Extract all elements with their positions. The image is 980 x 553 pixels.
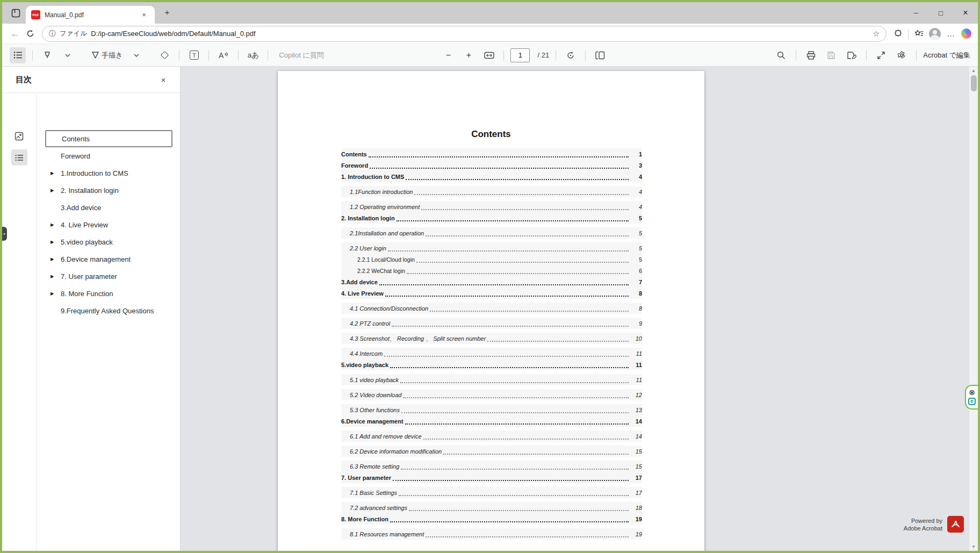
toc-row[interactable]: 4.3 Screenshot、 Recording 、 Split screen… — [341, 333, 642, 344]
sidebar-item[interactable]: ▶8. More Function — [45, 285, 172, 302]
highlighter-dropdown[interactable] — [60, 47, 76, 63]
sidebar-item[interactable]: ▶5.video playback — [45, 233, 172, 250]
back-button[interactable]: ← — [8, 26, 23, 41]
url-text[interactable]: D:/ip-cam/EseeCloud/web/odm/Default/Manu… — [91, 30, 866, 38]
toc-row[interactable]: 8.1 Resources management19 — [341, 528, 642, 540]
toc-row[interactable]: 7.2 advanced settings18 — [341, 502, 642, 513]
tab-search-button[interactable] — [8, 5, 24, 21]
print-button[interactable] — [803, 47, 819, 63]
expand-arrow-icon[interactable]: ▶ — [51, 291, 54, 296]
save-button[interactable] — [823, 47, 839, 63]
save-as-button[interactable] — [844, 47, 860, 63]
vertical-scrollbar[interactable]: ▲ ▼ — [969, 67, 978, 551]
zoom-in-button[interactable]: + — [460, 47, 477, 63]
expand-arrow-icon[interactable]: ▶ — [51, 239, 54, 245]
toc-row[interactable]: 4.4 Intercom11 — [341, 348, 642, 359]
sidebar-item[interactable]: Contents — [45, 130, 172, 147]
page-info-icon[interactable]: ⓘ — [49, 29, 56, 39]
sidebar-close-icon[interactable]: × — [156, 73, 170, 87]
maximize-button[interactable]: □ — [928, 2, 953, 24]
viewer-settings-button[interactable] — [893, 47, 910, 63]
toc-row[interactable]: 2. Installation login5 — [341, 212, 642, 224]
toc-row[interactable]: 7. User parameter17 — [341, 472, 642, 483]
toc-row[interactable]: Contents1 — [341, 148, 642, 160]
extension-e-icon[interactable]: e — [968, 398, 976, 405]
url-field[interactable]: ⓘ ファイル D:/ip-cam/EseeCloud/web/odm/Defau… — [42, 26, 887, 42]
expand-arrow-icon[interactable]: ▶ — [51, 222, 54, 227]
left-edge-handle[interactable]: ▸ — [2, 227, 7, 241]
toc-row[interactable]: 5.video playback11 — [341, 359, 642, 370]
draw-button[interactable]: 手描き — [90, 47, 124, 63]
pdf-viewer[interactable]: Contents Contents1Foreword31. Introducti… — [181, 67, 978, 551]
favorites-hub-button[interactable] — [912, 27, 926, 41]
fullscreen-button[interactable] — [873, 47, 889, 63]
toc-row[interactable]: 2.2 User login5 — [341, 242, 642, 254]
sidebar-item[interactable]: ▶4. Live Preview — [45, 216, 172, 233]
copilot-icon[interactable] — [961, 28, 971, 39]
draw-dropdown[interactable] — [128, 47, 145, 63]
toc-row[interactable]: 4. Live Preview8 — [341, 288, 642, 299]
toc-row[interactable]: Foreword3 — [341, 160, 642, 171]
expand-arrow-icon[interactable]: ▶ — [51, 256, 54, 262]
sidebar-item[interactable]: ▶7. User parameter — [45, 268, 172, 285]
toc-row[interactable]: 2.1Installation and operation5 — [341, 227, 642, 239]
page-view-button[interactable] — [592, 47, 608, 63]
search-document-button[interactable] — [773, 47, 789, 63]
fit-to-width-button[interactable] — [481, 47, 497, 63]
toc-row[interactable]: 7.1 Basic Settings17 — [341, 487, 642, 498]
tab-close-icon[interactable]: × — [139, 10, 149, 20]
scroll-up-icon[interactable]: ▲ — [969, 68, 978, 73]
sidebar-item[interactable]: ▶1.Introduction to CMS — [45, 164, 172, 182]
thumbnails-view-button[interactable] — [11, 128, 27, 144]
rotate-button[interactable] — [563, 47, 579, 63]
settings-menu-button[interactable]: … — [944, 27, 958, 41]
zoom-out-button[interactable]: − — [440, 47, 456, 63]
toc-row[interactable]: 4.2 PTZ control9 — [341, 318, 642, 329]
expand-arrow-icon[interactable]: ▶ — [51, 170, 54, 176]
edit-in-acrobat-button[interactable]: Acrobat で編集 — [923, 51, 970, 60]
toc-row[interactable]: 5.1 video playback11 — [341, 374, 642, 385]
toc-row[interactable]: 2.2.1 Local/Cloud login5 — [341, 254, 642, 265]
sidebar-item[interactable]: ▶6.Device management — [45, 250, 172, 268]
new-tab-button[interactable]: + — [160, 5, 174, 19]
add-text-button[interactable]: T — [186, 47, 202, 63]
toc-row[interactable]: 1.2 Operating environment4 — [341, 201, 642, 212]
copilot-ask-placeholder[interactable]: Copilot に質問 — [279, 51, 323, 60]
refresh-button[interactable] — [23, 26, 38, 41]
toc-row[interactable]: 5.2 Video download12 — [341, 389, 642, 400]
read-aloud-button[interactable]: A — [215, 47, 232, 63]
toc-row[interactable]: 1. Introduction to CMS4 — [341, 171, 642, 182]
page-number-input[interactable]: 1 — [510, 48, 530, 62]
minimize-button[interactable]: ─ — [904, 2, 928, 24]
toc-panel-toggle-button[interactable] — [10, 47, 26, 63]
extension-flyout[interactable]: ⊗ e — [965, 385, 978, 410]
sidebar-item[interactable]: Foreword — [45, 147, 172, 164]
toc-row[interactable]: 2.2.2 WeChat login6 — [341, 265, 642, 276]
toc-row[interactable]: 5.3 Other functions13 — [341, 404, 642, 415]
toc-row[interactable]: 6.3 Remote setting15 — [341, 461, 642, 472]
highlighter-button[interactable] — [39, 47, 55, 63]
browser-tab[interactable]: PDF Manual_0.pdf × — [26, 6, 155, 24]
toc-row[interactable]: 1.1Function introduction4 — [341, 186, 642, 197]
sidebar-item[interactable]: 3.Add device — [45, 199, 172, 216]
eraser-button[interactable] — [156, 47, 172, 63]
scrollbar-thumb[interactable] — [971, 75, 977, 91]
scroll-down-icon[interactable]: ▼ — [969, 544, 978, 549]
expand-arrow-icon[interactable]: ▶ — [51, 274, 54, 279]
toc-row[interactable]: 6.1 Add and remove device14 — [341, 430, 642, 442]
toc-row[interactable]: 6.Device management14 — [341, 415, 642, 427]
extensions-button[interactable] — [891, 27, 905, 41]
toc-row[interactable]: 8. More Function19 — [341, 513, 642, 525]
toc-row[interactable]: 6.2 Device information modification15 — [341, 446, 642, 457]
sidebar-item[interactable]: ▶2. Installation login — [45, 182, 172, 199]
toc-row[interactable]: 3.Add device7 — [341, 276, 642, 288]
flyout-close-icon[interactable]: ⊗ — [969, 389, 975, 396]
toc-view-button[interactable] — [11, 149, 27, 166]
expand-arrow-icon[interactable]: ▶ — [51, 188, 54, 193]
close-button[interactable]: × — [953, 2, 978, 24]
profile-avatar[interactable] — [929, 28, 941, 40]
toc-row[interactable]: 4.1 Connection/Disconnection8 — [341, 303, 642, 314]
translate-button[interactable]: aあ — [245, 47, 261, 63]
sidebar-item[interactable]: 9.Frequently Asked Questions — [45, 302, 172, 319]
pdf-page[interactable]: Contents Contents1Foreword31. Introducti… — [278, 71, 704, 551]
